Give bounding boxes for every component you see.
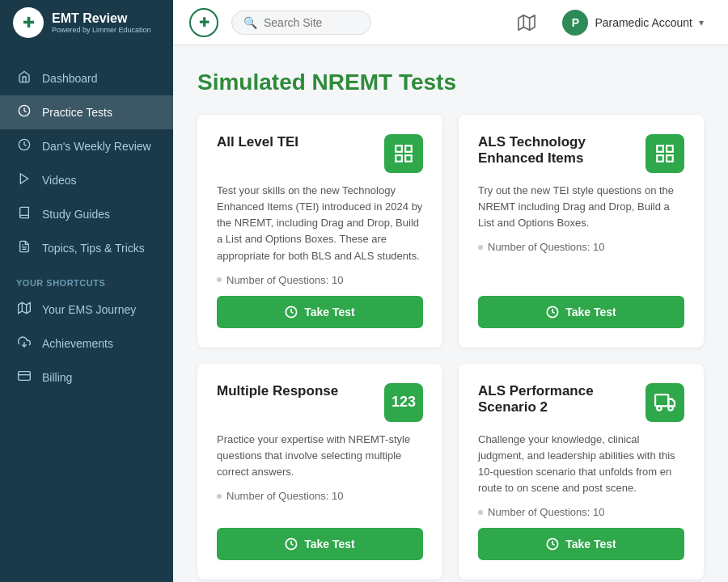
button-label: Take Test bbox=[565, 306, 616, 318]
sidebar-item-billing[interactable]: Billing bbox=[0, 361, 173, 394]
logo-text: EMT Review Powered by Limmer Education bbox=[52, 11, 151, 34]
card-header: ALS Performance Scenario 2 bbox=[478, 383, 684, 422]
sidebar-item-ems-journey[interactable]: Your EMS Journey bbox=[0, 293, 173, 327]
meta-dot bbox=[478, 510, 483, 515]
card-meta: Number of Questions: 10 bbox=[478, 506, 684, 518]
svg-rect-24 bbox=[655, 394, 668, 406]
brand-sub: Powered by Limmer Education bbox=[52, 26, 151, 34]
card-description: Practice your expertise with NREMT-style… bbox=[217, 432, 423, 480]
search-bar[interactable]: 🔍 bbox=[231, 11, 371, 35]
sidebar-item-videos[interactable]: Videos bbox=[0, 163, 173, 197]
billing-icon bbox=[16, 369, 32, 386]
card-meta: Number of Questions: 10 bbox=[217, 490, 423, 502]
tei-icon bbox=[384, 134, 423, 173]
sidebar-item-label: Practice Tests bbox=[42, 106, 112, 119]
user-name: Paramedic Account bbox=[595, 16, 692, 29]
top-header: ✚ EMT Review Powered by Limmer Education… bbox=[0, 0, 728, 45]
num-questions: Number of Questions: 10 bbox=[488, 241, 605, 253]
avatar: P bbox=[562, 10, 588, 36]
take-test-button-als-performance[interactable]: Take Test bbox=[478, 528, 684, 560]
num-questions: Number of Questions: 10 bbox=[226, 274, 344, 286]
sidebar-item-dashboard[interactable]: Dashboard bbox=[0, 61, 173, 95]
search-icon: 🔍 bbox=[243, 16, 257, 29]
sidebar-item-study-guides[interactable]: Study Guides bbox=[0, 197, 173, 231]
card-als-technology: ALS Technology Enhanced Items Try out th… bbox=[459, 115, 704, 348]
user-account[interactable]: P Paramedic Account ▾ bbox=[554, 5, 712, 40]
sidebar-item-label: Topics, Tips & Tricks bbox=[42, 242, 145, 255]
svg-point-25 bbox=[657, 406, 661, 410]
sidebar-item-label: Videos bbox=[42, 174, 77, 187]
svg-rect-19 bbox=[667, 146, 673, 152]
svg-marker-0 bbox=[518, 15, 535, 29]
meta-dot bbox=[478, 245, 483, 250]
card-header: Multiple Response 123 bbox=[217, 383, 423, 422]
play-icon bbox=[16, 172, 32, 188]
svg-marker-5 bbox=[20, 174, 28, 183]
card-title: ALS Technology Enhanced Items bbox=[478, 134, 645, 167]
sidebar-item-achievements[interactable]: Achievements bbox=[0, 327, 173, 361]
card-description: Challenge your knowledge, clinical judgm… bbox=[478, 432, 684, 497]
svg-rect-13 bbox=[396, 146, 402, 152]
sidebar-item-label: Dan's Weekly Review bbox=[42, 140, 151, 153]
logo-area: ✚ EMT Review Powered by Limmer Education bbox=[0, 0, 173, 45]
logo-icon: ✚ bbox=[13, 7, 44, 38]
sidebar: Dashboard Practice Tests Dan's Weekly Re… bbox=[0, 45, 173, 582]
card-header: All Level TEI bbox=[217, 134, 423, 173]
svg-rect-21 bbox=[667, 155, 673, 162]
svg-rect-16 bbox=[405, 155, 412, 162]
card-all-level-tei: All Level TEI Test your skills on the ne… bbox=[197, 115, 442, 348]
clock-icon bbox=[16, 104, 32, 120]
button-label: Take Test bbox=[304, 306, 355, 318]
take-test-button-als-tei[interactable]: Take Test bbox=[478, 296, 684, 328]
card-title: Multiple Response bbox=[217, 383, 384, 399]
button-label: Take Test bbox=[304, 538, 355, 550]
sidebar-item-practice-tests[interactable]: Practice Tests bbox=[0, 95, 173, 129]
main-content: Simulated NREMT Tests All Level TEI Test… bbox=[173, 45, 728, 582]
sidebar-item-label: Your EMS Journey bbox=[42, 303, 136, 316]
page-title: Simulated NREMT Tests bbox=[197, 70, 704, 95]
svg-marker-8 bbox=[19, 302, 31, 313]
card-description: Try out the new TEI style questions on t… bbox=[478, 183, 684, 231]
clock-icon-2 bbox=[16, 138, 32, 154]
card-meta: Number of Questions: 10 bbox=[217, 274, 423, 286]
cards-grid: All Level TEI Test your skills on the ne… bbox=[197, 115, 704, 580]
card-title: All Level TEI bbox=[217, 134, 384, 150]
card-description: Test your skills on the new Technology E… bbox=[217, 183, 423, 264]
document-icon bbox=[16, 240, 32, 256]
take-test-button-multiple-response[interactable]: Take Test bbox=[217, 528, 423, 560]
sidebar-item-topics[interactable]: Topics, Tips & Tricks bbox=[0, 231, 173, 265]
layout: Dashboard Practice Tests Dan's Weekly Re… bbox=[0, 45, 728, 582]
map-icon bbox=[16, 302, 32, 318]
card-multiple-response: Multiple Response 123 Practice your expe… bbox=[197, 364, 442, 580]
card-title: ALS Performance Scenario 2 bbox=[478, 383, 645, 415]
svg-rect-14 bbox=[405, 146, 412, 152]
svg-rect-18 bbox=[657, 146, 663, 152]
svg-point-26 bbox=[668, 406, 672, 410]
sidebar-item-weekly-review[interactable]: Dan's Weekly Review bbox=[0, 129, 173, 163]
trophy-icon bbox=[16, 335, 32, 352]
site-logo-icon: ✚ bbox=[189, 8, 218, 37]
meta-dot bbox=[217, 277, 222, 282]
svg-rect-11 bbox=[19, 372, 31, 381]
book-icon bbox=[16, 206, 32, 222]
card-meta: Number of Questions: 10 bbox=[478, 241, 684, 253]
svg-rect-15 bbox=[396, 155, 402, 162]
map-icon-button[interactable] bbox=[512, 8, 541, 37]
search-input[interactable] bbox=[264, 16, 359, 29]
home-icon bbox=[16, 70, 32, 86]
shortcuts-label: Your Shortcuts bbox=[0, 265, 173, 293]
brand-name: EMT Review bbox=[52, 11, 151, 26]
chevron-down-icon: ▾ bbox=[699, 17, 704, 28]
take-test-button-tei[interactable]: Take Test bbox=[217, 296, 423, 328]
num-questions: Number of Questions: 10 bbox=[226, 490, 344, 502]
sidebar-item-label: Achievements bbox=[42, 337, 113, 350]
header-right: ✚ 🔍 P Paramedic Account ▾ bbox=[173, 5, 728, 40]
meta-dot bbox=[217, 494, 222, 499]
card-header: ALS Technology Enhanced Items bbox=[478, 134, 684, 173]
num-questions: Number of Questions: 10 bbox=[488, 506, 605, 518]
svg-rect-20 bbox=[657, 155, 663, 162]
icon-number: 123 bbox=[392, 394, 416, 411]
ambulance-icon bbox=[645, 383, 684, 422]
sidebar-item-label: Dashboard bbox=[42, 72, 98, 85]
card-als-performance: ALS Performance Scenario 2 Challenge you… bbox=[459, 364, 704, 580]
